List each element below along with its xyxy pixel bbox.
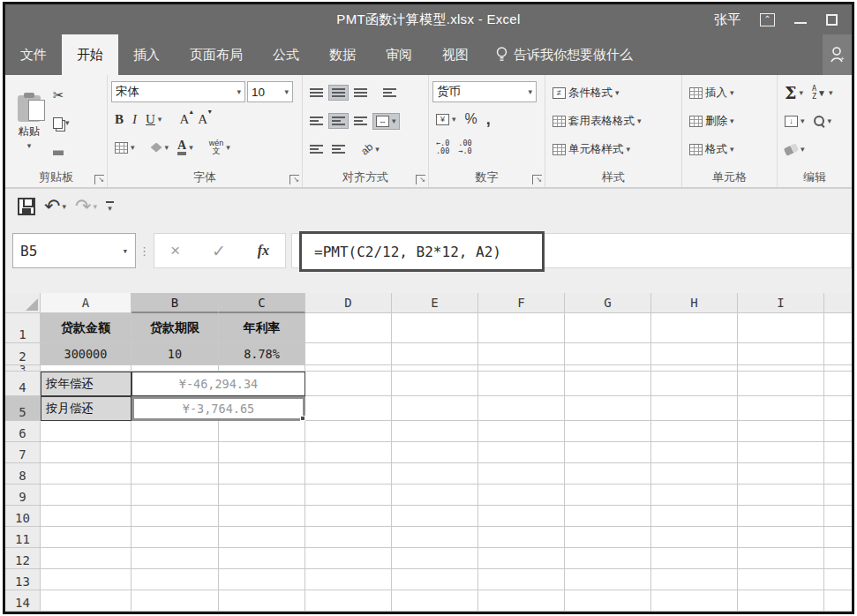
cell[interactable] [478, 372, 565, 396]
cell[interactable] [41, 569, 132, 590]
cell[interactable] [305, 569, 392, 590]
cell[interactable] [824, 590, 852, 612]
cell[interactable] [651, 463, 738, 485]
cell[interactable] [478, 548, 565, 569]
row-header-11[interactable]: 11 [5, 527, 41, 548]
column-header-I[interactable]: I [738, 293, 824, 313]
cell[interactable] [41, 590, 132, 612]
sort-filter-button[interactable]: AZ▼▾ [808, 82, 837, 104]
align-left-button[interactable] [306, 113, 327, 129]
cell[interactable] [565, 463, 651, 485]
cell[interactable] [824, 463, 852, 485]
save-icon[interactable] [18, 198, 35, 215]
ribbon-display-options-icon[interactable]: ⌃ [760, 13, 775, 26]
insert-cells-button[interactable]: 插入▾ [686, 83, 738, 103]
alignment-dialog-launcher-icon[interactable]: ↘ [416, 175, 425, 184]
cell[interactable] [478, 485, 565, 506]
cell[interactable] [824, 527, 852, 548]
borders-button[interactable]: ▾ [111, 139, 139, 156]
cell[interactable] [565, 590, 651, 612]
cell[interactable] [565, 343, 651, 365]
share-button[interactable]: + [823, 34, 852, 75]
cell[interactable] [219, 548, 305, 569]
row-header-1[interactable]: 1 [5, 313, 41, 343]
cut-button[interactable]: ✂ [49, 86, 73, 104]
row-header-10[interactable]: 10 [5, 506, 41, 527]
row-header-12[interactable]: 12 [5, 548, 41, 569]
cell[interactable] [219, 463, 305, 485]
font-dialog-launcher-icon[interactable]: ↘ [289, 175, 299, 184]
fill-handle[interactable] [300, 416, 305, 421]
align-middle-button[interactable] [328, 85, 349, 101]
cell[interactable] [738, 527, 824, 548]
row-header-5[interactable]: 5 [5, 396, 41, 421]
cell-styles-button[interactable]: 单元格样式▾ [549, 139, 634, 160]
cell-A5[interactable]: 按月偿还 [41, 396, 132, 421]
cell[interactable] [392, 548, 478, 569]
cell[interactable] [219, 365, 305, 372]
cell[interactable] [651, 372, 738, 396]
cell[interactable] [651, 343, 738, 365]
cell[interactable] [132, 421, 219, 442]
copy-button[interactable]: ▾ [49, 115, 73, 131]
cell[interactable] [392, 365, 478, 372]
format-painter-button[interactable] [49, 142, 73, 158]
cell[interactable] [392, 485, 478, 506]
cell[interactable] [478, 590, 565, 612]
row-header-14[interactable]: 14 [5, 590, 41, 612]
column-header-D[interactable]: D [305, 293, 392, 313]
format-cells-button[interactable]: 格式▾ [686, 139, 738, 160]
tab-review[interactable]: 审阅 [371, 34, 427, 75]
cell-A4[interactable]: 按年偿还 [41, 372, 132, 396]
cell[interactable] [132, 365, 219, 372]
cell[interactable] [305, 372, 392, 396]
cell[interactable] [824, 506, 852, 527]
cell-B2[interactable]: 10 [132, 343, 219, 365]
cell[interactable] [132, 569, 219, 590]
cell[interactable] [824, 365, 852, 372]
cell[interactable] [132, 527, 219, 548]
accounting-format-button[interactable]: ¥▾ [432, 111, 460, 128]
cell[interactable] [392, 343, 478, 365]
cell[interactable] [738, 372, 824, 396]
cell[interactable] [392, 590, 478, 612]
cell[interactable] [41, 365, 132, 372]
cell[interactable] [824, 548, 852, 569]
column-header-partial[interactable] [824, 293, 852, 313]
cell[interactable] [738, 442, 824, 463]
autosum-button[interactable]: Σ▾ [781, 82, 807, 104]
row-header-2[interactable]: 2 [5, 343, 41, 365]
merge-center-button[interactable]: ↔▾ [372, 113, 400, 130]
cell[interactable] [478, 313, 565, 343]
tab-file[interactable]: 文件 [5, 34, 62, 75]
cell[interactable] [824, 442, 852, 463]
cell[interactable] [478, 569, 565, 590]
cell[interactable] [305, 442, 392, 463]
cell-C1[interactable]: 年利率 [219, 313, 305, 343]
cell[interactable] [392, 463, 478, 485]
align-bottom-button[interactable] [350, 85, 371, 101]
customize-qat-button[interactable]: ▾ [106, 201, 114, 213]
cell[interactable] [132, 463, 219, 485]
cell[interactable] [565, 506, 651, 527]
tell-me-box[interactable]: 告诉我你想要做什么 [484, 34, 645, 75]
comma-style-button[interactable]: , [483, 109, 494, 130]
shrink-font-button[interactable]: A▼ [194, 110, 211, 129]
align-top-button[interactable] [306, 85, 327, 101]
phonetic-guide-button[interactable]: wén文 ▾ [206, 137, 234, 158]
cell[interactable] [824, 485, 852, 506]
decrease-indent-button[interactable] [306, 141, 327, 157]
grow-font-button[interactable]: A▲ [176, 110, 192, 129]
cell-B4-merged[interactable]: ¥-46,294.34 [132, 372, 305, 396]
cell[interactable] [824, 313, 852, 343]
font-name-combo[interactable]: 宋体 ▾ [111, 81, 245, 102]
cell-C2[interactable]: 8.78% [219, 343, 305, 365]
decrease-decimal-button[interactable]: .00→.0 [455, 137, 475, 159]
cell[interactable] [651, 506, 738, 527]
cell[interactable] [565, 569, 651, 590]
cancel-icon[interactable]: × [170, 241, 180, 260]
cell[interactable] [305, 396, 392, 421]
row-header-3[interactable]: 3 [5, 365, 41, 372]
cell[interactable] [132, 506, 219, 527]
insert-function-icon[interactable]: fx [258, 243, 269, 259]
